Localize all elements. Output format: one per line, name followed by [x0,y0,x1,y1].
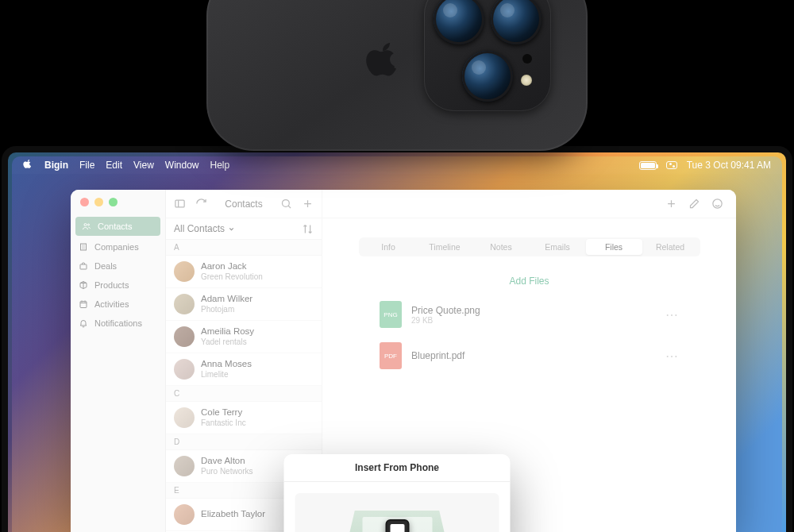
iphone-device [206,0,588,151]
iphone-camera-module [424,0,551,111]
camera-lens-icon [434,0,484,44]
menubar-window[interactable]: Window [165,160,199,171]
menubar-edit[interactable]: Edit [106,160,122,171]
apple-logo-icon [365,40,405,87]
menubar-file[interactable]: File [79,160,94,171]
phone-icon [385,519,409,532]
camera-lens-icon [462,51,513,102]
dialog-title: Insert From Phone [284,454,511,482]
camera-flash-icon [521,75,532,86]
menubar-datetime[interactable]: Tue 3 Oct 09:41 AM [687,160,771,171]
laptop-frame: Bigin File Edit View Window Help Tue 3 O… [2,146,792,532]
dialog-illustration [295,493,499,532]
menubar-view[interactable]: View [133,160,154,171]
insert-from-phone-dialog: Insert From Phone Cancel Add Files [284,454,511,532]
camera-lens-icon [491,0,542,44]
menubar-help[interactable]: Help [210,160,230,171]
battery-icon[interactable] [639,161,657,170]
menubar-app-name[interactable]: Bigin [44,160,68,171]
macos-menubar: Bigin File Edit View Window Help Tue 3 O… [12,156,782,174]
apple-menu-icon[interactable] [23,159,33,172]
lidar-icon [522,54,532,64]
control-center-icon[interactable] [666,161,677,169]
